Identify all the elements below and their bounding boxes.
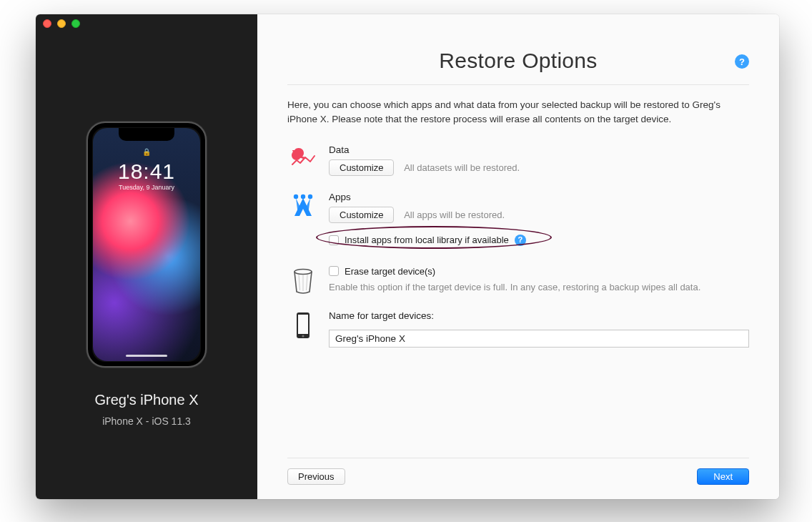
device-preview: 🔒 18:41 Tuesday, 9 January <box>86 122 207 368</box>
install-local-help-icon[interactable]: ? <box>515 235 526 246</box>
page-title: Restore Options <box>287 49 749 73</box>
svg-point-9 <box>302 335 304 337</box>
lockscreen-time: 18:41 <box>93 159 200 184</box>
phone-screen: 🔒 18:41 Tuesday, 9 January <box>93 128 200 361</box>
section-data: Data Customize All datasets will be rest… <box>287 144 749 176</box>
install-local-apps-option[interactable]: Install apps from local library if avail… <box>329 235 749 246</box>
customize-apps-button[interactable]: Customize <box>329 207 394 223</box>
apps-icon <box>287 192 319 217</box>
minimize-icon[interactable] <box>57 19 66 28</box>
content: Here, you can choose which apps and what… <box>257 85 779 363</box>
svg-point-1 <box>294 194 298 198</box>
svg-rect-8 <box>298 315 308 334</box>
lock-icon: 🔒 <box>142 148 151 156</box>
erase-note: Enable this option if the target device … <box>329 281 749 295</box>
close-icon[interactable] <box>43 19 51 28</box>
section-target-name: Name for target devices: <box>287 310 749 348</box>
phone-icon <box>287 310 319 339</box>
footer: Previous Next <box>257 448 779 499</box>
customize-data-button[interactable]: Customize <box>329 159 394 176</box>
main-panel: Restore Options ? Here, you can choose w… <box>257 14 779 499</box>
apps-hint: All apps will be restored. <box>404 210 505 220</box>
previous-button[interactable]: Previous <box>287 468 345 485</box>
svg-point-3 <box>294 269 312 274</box>
trash-icon <box>287 266 319 295</box>
titlebar <box>36 14 779 30</box>
help-button[interactable]: ? <box>735 54 749 69</box>
home-indicator-icon <box>126 355 167 357</box>
next-button[interactable]: Next <box>697 468 749 485</box>
svg-line-6 <box>307 275 308 290</box>
install-local-apps-checkbox[interactable] <box>329 235 339 245</box>
section-erase: Erase target device(s) Enable this optio… <box>287 266 749 295</box>
svg-line-4 <box>299 275 300 290</box>
highlighted-option: Install apps from local library if avail… <box>329 230 749 250</box>
app-window: 🔒 18:41 Tuesday, 9 January Greg's iPhone… <box>36 14 779 499</box>
footer-divider <box>287 458 749 458</box>
intro-text: Here, you can choose which apps and what… <box>287 98 749 127</box>
erase-target-label: Erase target device(s) <box>345 266 435 277</box>
device-subtitle: iPhone X - iOS 11.3 <box>102 415 191 427</box>
lockscreen-date: Tuesday, 9 January <box>93 184 200 191</box>
install-local-apps-label: Install apps from local library if avail… <box>345 235 509 245</box>
target-name-input[interactable] <box>329 330 749 348</box>
target-name-label: Name for target devices: <box>329 310 749 321</box>
erase-target-option[interactable]: Erase target device(s) <box>329 266 749 277</box>
erase-target-checkbox[interactable] <box>329 266 339 276</box>
svg-point-2 <box>308 194 312 198</box>
data-title: Data <box>329 144 749 155</box>
data-icon <box>287 144 319 169</box>
data-hint: All datasets will be restored. <box>404 162 520 173</box>
apps-title: Apps <box>329 192 749 202</box>
device-name: Greg's iPhone X <box>94 392 198 408</box>
maximize-icon[interactable] <box>71 19 80 28</box>
phone-notch-icon <box>119 128 174 141</box>
section-apps: Apps Customize All apps will be restored… <box>287 192 749 250</box>
device-sidebar: 🔒 18:41 Tuesday, 9 January Greg's iPhone… <box>36 14 257 499</box>
help-icon: ? <box>735 54 749 69</box>
window-controls <box>43 19 80 28</box>
